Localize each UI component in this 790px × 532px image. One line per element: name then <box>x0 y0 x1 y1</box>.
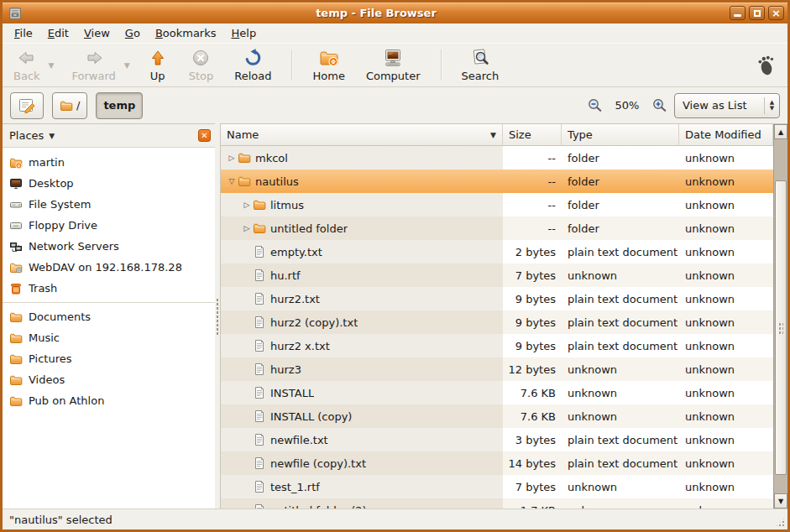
view-mode-selector[interactable]: View as List ▲▼ <box>674 93 780 118</box>
places-selector[interactable]: Places ▼ <box>9 129 55 142</box>
sidebar-item-martin[interactable]: martin <box>3 152 215 173</box>
file-row-untitled-folder[interactable]: ▷untitled folder--folderunknown <box>221 216 787 240</box>
file-row-untitled-folder-2[interactable]: untitled folder (2)1.7 KBunknownunknown <box>221 498 787 509</box>
file-row-hurz2-txt[interactable]: hurz2.txt9 bytesplain text documentunkno… <box>221 287 787 310</box>
file-row-newfile-txt[interactable]: newfile.txt3 bytesplain text documentunk… <box>221 428 787 451</box>
expander-closed-icon[interactable]: ▷ <box>226 154 238 162</box>
toolbar-up-button[interactable]: Up <box>142 46 174 84</box>
scroll-up-button[interactable]: ▲ <box>774 124 787 139</box>
toolbar-reload-button[interactable]: Reload <box>228 46 277 84</box>
file-row-install[interactable]: INSTALL7.6 KBunknownunknown <box>221 381 787 404</box>
cell-type: folder <box>562 146 679 170</box>
file-row-install-copy[interactable]: INSTALL (copy)7.6 KBunknownunknown <box>221 404 787 428</box>
window-menu-icon[interactable] <box>8 6 23 21</box>
file-name: INSTALL <box>270 387 314 399</box>
file-row-litmus[interactable]: ▷litmus--folderunknown <box>221 193 787 216</box>
arrow-right-icon <box>84 48 104 68</box>
path-button-root[interactable]: / <box>52 92 87 119</box>
toolbar: Back▼Forward▼UpStopReloadHomeComputerSea… <box>3 43 787 87</box>
sidebar-item-desktop[interactable]: Desktop <box>3 173 215 194</box>
sidebar-item-videos[interactable]: Videos <box>3 369 215 390</box>
cell-date: unknown <box>679 498 773 509</box>
cell-size: 14 bytes <box>503 451 562 475</box>
menu-edit[interactable]: Edit <box>40 25 76 41</box>
main-area: Places ▼ ✕ martinDesktopFile SystemFlopp… <box>3 123 787 509</box>
minimize-button[interactable] <box>730 6 746 20</box>
file-row-test-1-rtf[interactable]: test_1.rtf7 bytesunknownunknown <box>221 475 787 498</box>
file-row-empty-txt[interactable]: empty.txt2 bytesplain text documentunkno… <box>221 240 787 263</box>
file-row-nautilus[interactable]: ▽nautilus--folderunknown <box>221 170 787 193</box>
edit-location-button[interactable] <box>10 92 44 119</box>
path-button-temp[interactable]: temp <box>96 92 143 119</box>
toolbar-computer-main[interactable]: Computer <box>360 46 426 84</box>
toolbar-home-button[interactable]: Home <box>306 46 350 84</box>
folder-icon <box>9 352 23 366</box>
file-row-hurz3[interactable]: hurz312 bytesunknownunknown <box>221 357 787 381</box>
sidebar-item-floppy-drive[interactable]: Floppy Drive <box>3 215 215 236</box>
menu-view[interactable]: View <box>76 25 118 41</box>
expander-closed-icon[interactable]: ▷ <box>241 224 253 232</box>
sidebar-item-label: Pictures <box>29 352 71 365</box>
expander-closed-icon[interactable]: ▷ <box>241 201 253 209</box>
folder-icon <box>9 310 23 324</box>
expander-open-icon[interactable]: ▽ <box>226 177 238 185</box>
toolbar-reload-main[interactable]: Reload <box>228 46 277 84</box>
column-header-size[interactable]: Size <box>503 124 562 146</box>
sidebar-item-pub-on-athlon[interactable]: Pub on Athlon <box>3 390 215 411</box>
zoom-in-icon[interactable] <box>651 97 667 113</box>
sidebar-item-pictures[interactable]: Pictures <box>3 348 215 369</box>
folder-icon <box>238 151 251 164</box>
toolbar-computer-button[interactable]: Computer <box>360 46 426 84</box>
menu-go[interactable]: Go <box>118 25 148 41</box>
computer-icon <box>383 48 403 68</box>
column-header-type[interactable]: Type <box>562 124 679 146</box>
sidebar-close-button[interactable]: ✕ <box>198 129 211 142</box>
sidebar-item-file-system[interactable]: File System <box>3 194 215 215</box>
network-icon <box>9 240 23 253</box>
text-icon <box>253 456 266 470</box>
toolbar-stop-main: Stop <box>183 46 220 84</box>
sidebar-item-music[interactable]: Music <box>3 327 215 348</box>
toolbar-search-button[interactable]: Search <box>456 46 505 84</box>
file-row-hurz2-copy-txt[interactable]: hurz2 (copy).txt9 bytesplain text docume… <box>221 310 787 334</box>
sidebar-item-documents[interactable]: Documents <box>3 306 215 327</box>
scroll-down-button[interactable]: ▼ <box>774 493 787 509</box>
toolbar-search-main[interactable]: Search <box>456 46 505 84</box>
scrollbar-thumb[interactable] <box>775 180 787 475</box>
arrow-up-icon <box>148 48 168 68</box>
close-button[interactable]: × <box>768 6 784 20</box>
view-mode-value: View as List <box>675 99 764 112</box>
status-bar: "nautilus" selected <box>3 509 787 529</box>
floppy-icon <box>9 219 23 232</box>
column-header-name[interactable]: Name▼ <box>221 124 503 146</box>
maximize-button[interactable] <box>749 6 765 20</box>
toolbar-home-main[interactable]: Home <box>306 46 350 84</box>
toolbar-stop-button: Stop <box>183 46 220 84</box>
cell-type: unknown <box>562 475 679 498</box>
menu-bookmarks[interactable]: Bookmarks <box>148 25 224 41</box>
sidebar-item-trash[interactable]: Trash <box>3 278 215 299</box>
cell-name: ▷litmus <box>221 193 503 216</box>
cell-date: unknown <box>679 193 773 216</box>
file-row-hurz2-x-txt[interactable]: hurz2 x.txt9 bytesplain text documentunk… <box>221 334 787 357</box>
file-row-mkcol[interactable]: ▷mkcol--folderunknown <box>221 146 787 170</box>
column-label: Name <box>227 128 259 141</box>
toolbar-forward-label: Forward <box>71 70 115 82</box>
zoom-out-icon[interactable] <box>587 97 603 113</box>
list-header: Name▼SizeTypeDate Modified <box>221 124 787 146</box>
folder-icon <box>9 331 23 345</box>
resize-grip[interactable] <box>775 517 786 528</box>
vertical-scrollbar[interactable]: ▲ ▼ <box>773 124 787 509</box>
menu-help[interactable]: Help <box>224 25 264 41</box>
text-icon <box>253 409 266 423</box>
menu-file[interactable]: File <box>7 25 40 41</box>
cell-type: plain text document <box>562 451 679 475</box>
file-name: INSTALL (copy) <box>270 410 352 423</box>
file-row-hu-rtf[interactable]: hu.rtf7 bytesunknownunknown <box>221 263 787 287</box>
file-row-newfile-copy-txt[interactable]: newfile (copy).txt14 bytesplain text doc… <box>221 451 787 475</box>
cell-size: 12 bytes <box>503 357 562 381</box>
sidebar-item-network-servers[interactable]: Network Servers <box>3 236 215 257</box>
column-header-date-modified[interactable]: Date Modified <box>679 124 773 146</box>
toolbar-up-main[interactable]: Up <box>142 46 174 84</box>
sidebar-item-webdav-on-192-168-178-28[interactable]: WebDAV on 192.168.178.28 <box>3 257 215 278</box>
